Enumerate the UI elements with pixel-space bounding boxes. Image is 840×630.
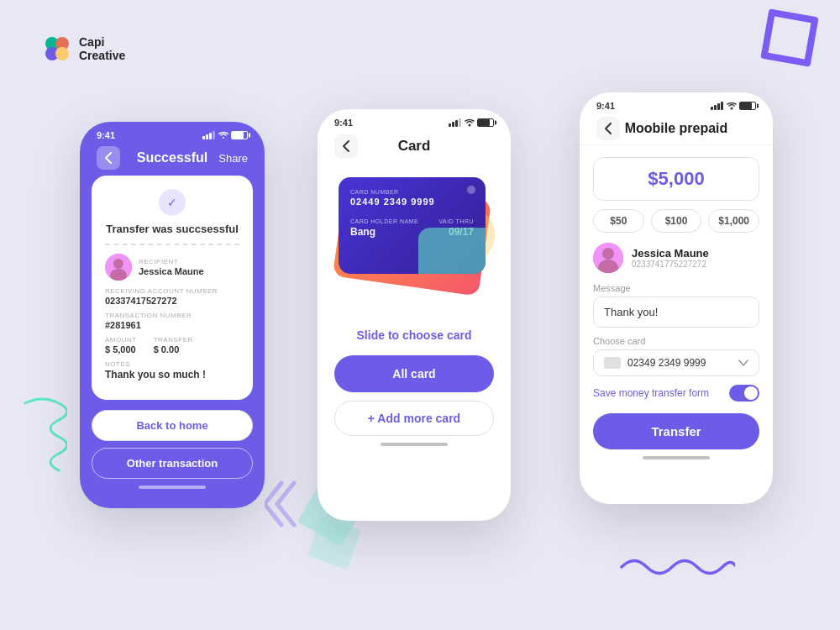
deco-square-icon bbox=[760, 8, 819, 67]
amount-transfer-row: AMOUNT $ 5,000 TRANSFER $ 0.00 bbox=[105, 336, 239, 360]
back-chevron-icon-right bbox=[605, 123, 612, 134]
svg-rect-8 bbox=[209, 133, 212, 139]
card-dot bbox=[467, 186, 475, 194]
card-number-value: 02449 2349 9999 bbox=[350, 197, 474, 207]
back-chevron-icon bbox=[105, 152, 112, 164]
user-avatar-image bbox=[593, 243, 623, 273]
svg-rect-15 bbox=[455, 120, 458, 127]
user-row: Jessica Maune 0233741775227272 bbox=[593, 243, 759, 273]
time-right: 9:41 bbox=[596, 101, 615, 111]
page-title-right: Moobile prepaid bbox=[625, 121, 728, 136]
phone-transfer: 9:41 Moobile prepaid bbox=[580, 92, 773, 504]
back-to-home-button[interactable]: Back to home bbox=[92, 410, 253, 441]
logo-text: Capi Creative bbox=[79, 35, 125, 62]
signal-icon bbox=[202, 131, 216, 139]
deco-lines-icon bbox=[17, 395, 67, 479]
receipt-card: ✓ Transfer was succsessful RECIPIENT Jes… bbox=[92, 176, 253, 400]
account-row: RECEIVING ACCOUNT NUMBER 02337417527272 bbox=[105, 287, 239, 306]
transfer-success-text: Transfer was succsessful bbox=[105, 223, 239, 235]
add-more-card-button[interactable]: + Add more card bbox=[334, 401, 494, 436]
message-label: Message bbox=[593, 283, 759, 293]
card-icon bbox=[604, 357, 621, 369]
phone-successful: 9:41 Successful Share bbox=[80, 122, 265, 508]
card-holder-name: Bang bbox=[350, 226, 418, 238]
message-input[interactable]: Thank you! bbox=[593, 297, 759, 328]
svg-rect-14 bbox=[452, 122, 454, 127]
recipient-section: RECIPIENT Jessica Maune bbox=[105, 254, 239, 281]
preset-100[interactable]: $100 bbox=[651, 209, 702, 233]
status-bar-mid: 9:41 bbox=[318, 109, 511, 131]
preset-50[interactable]: $50 bbox=[593, 209, 644, 233]
recipient-name: Jessica Maune bbox=[139, 266, 204, 276]
user-name: Jessica Maune bbox=[632, 247, 709, 260]
save-toggle[interactable] bbox=[729, 385, 759, 402]
chevron-down-icon bbox=[738, 360, 748, 366]
avatar-image bbox=[105, 254, 132, 281]
recipient-label: RECIPIENT bbox=[139, 258, 204, 265]
receipt-divider bbox=[105, 244, 239, 245]
slide-text: Slide to choose card bbox=[318, 328, 511, 342]
svg-rect-9 bbox=[213, 131, 215, 139]
page-title-mid: Card bbox=[398, 138, 431, 155]
back-button-mid[interactable] bbox=[334, 134, 358, 158]
back-button-right[interactable] bbox=[596, 117, 620, 140]
back-button-left[interactable] bbox=[97, 146, 120, 170]
wifi-icon-right bbox=[727, 102, 737, 110]
header-right: Moobile prepaid bbox=[580, 114, 773, 145]
all-card-button[interactable]: All card bbox=[334, 355, 494, 392]
other-transaction-button[interactable]: Other transaction bbox=[92, 448, 253, 479]
transfer-button[interactable]: Transfer bbox=[593, 413, 759, 449]
svg-rect-18 bbox=[711, 107, 713, 110]
logo: Capi Creative bbox=[42, 34, 125, 64]
amount-box: $5,000 bbox=[593, 157, 759, 201]
recipient-avatar bbox=[105, 254, 132, 281]
share-button[interactable]: Share bbox=[218, 152, 248, 165]
card-holder-section: CARD HOLDER NAME Bang bbox=[350, 218, 418, 238]
signal-icon-right bbox=[711, 102, 724, 110]
svg-rect-13 bbox=[449, 123, 451, 127]
svg-point-11 bbox=[113, 259, 123, 269]
transaction-row: TRANSACTION NUMBER #281961 bbox=[105, 312, 239, 330]
card-select[interactable]: 02349 2349 9999 bbox=[593, 349, 759, 376]
status-icons-right bbox=[711, 102, 756, 110]
user-avatar bbox=[593, 243, 623, 273]
svg-point-22 bbox=[731, 108, 733, 110]
card-select-left: 02349 2349 9999 bbox=[604, 357, 706, 369]
battery-icon-mid bbox=[477, 118, 494, 127]
svg-rect-20 bbox=[717, 103, 720, 110]
save-toggle-row: Save money transfer form bbox=[593, 385, 759, 402]
time-left: 9:41 bbox=[97, 130, 115, 140]
preset-amounts: $50 $100 $1,000 bbox=[593, 209, 759, 233]
svg-rect-21 bbox=[721, 102, 723, 110]
page-title-left: Successful bbox=[137, 150, 207, 165]
time-mid: 9:41 bbox=[334, 118, 353, 128]
card-teal-accent bbox=[418, 228, 486, 274]
toggle-knob bbox=[744, 386, 758, 400]
phone-card: 9:41 Card bbox=[318, 109, 511, 521]
home-indicator-right bbox=[643, 456, 710, 459]
notes-row: NOTES Thank you so much ! bbox=[105, 360, 239, 381]
header-left: Successful Share bbox=[80, 144, 265, 176]
battery-icon bbox=[231, 131, 248, 139]
signal-icon-mid bbox=[449, 118, 462, 127]
svg-rect-7 bbox=[206, 134, 208, 139]
card-front: CARD NUMBER 02449 2349 9999 CARD HOLDER … bbox=[339, 177, 486, 274]
status-bar-left: 9:41 bbox=[80, 122, 265, 144]
deco-squiggle-icon bbox=[617, 550, 735, 584]
check-icon: ✓ bbox=[159, 189, 186, 216]
user-account: 0233741775227272 bbox=[632, 260, 709, 269]
svg-point-24 bbox=[602, 248, 614, 260]
svg-rect-6 bbox=[202, 136, 205, 139]
wifi-icon bbox=[218, 131, 228, 139]
preset-1000[interactable]: $1,000 bbox=[708, 209, 759, 233]
status-icons-left bbox=[202, 131, 248, 139]
header-mid: Card bbox=[318, 131, 511, 165]
back-chevron-icon-mid bbox=[343, 140, 349, 152]
message-value: Thank you! bbox=[604, 306, 658, 318]
battery-icon-right bbox=[739, 102, 756, 110]
svg-rect-19 bbox=[714, 105, 717, 110]
amount-value: $5,000 bbox=[648, 168, 704, 189]
home-indicator-left bbox=[139, 486, 206, 489]
card-number-label: CARD NUMBER bbox=[350, 189, 474, 195]
status-icons-mid bbox=[449, 118, 494, 127]
